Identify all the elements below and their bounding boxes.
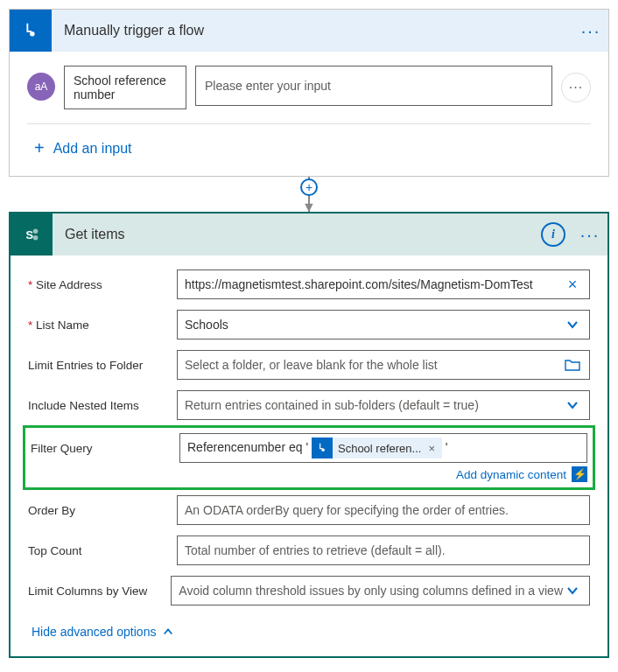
limit-folder-input[interactable]: Select a folder, or leave blank for the … — [177, 350, 590, 380]
limitview-placeholder: Avoid column threshold issues by only us… — [179, 584, 563, 598]
svg-point-4 — [321, 449, 325, 452]
flow-connector: + ▼ — [9, 177, 609, 212]
input-value-field[interactable]: Please enter your input — [195, 66, 552, 106]
nested-placeholder: Return entries contained in sub-folders … — [185, 398, 563, 412]
input-name-field[interactable]: School reference number — [64, 66, 186, 109]
site-address-label: Site Address — [28, 278, 177, 291]
filter-input[interactable]: Referencenumber eq ' School referen... ×… — [179, 433, 587, 463]
trigger-body: aA School reference number Please enter … — [10, 52, 608, 176]
token-remove-icon[interactable]: × — [426, 442, 437, 455]
input-value-placeholder: Please enter your input — [205, 79, 331, 93]
text-input-type-icon: aA — [27, 73, 55, 101]
getitems-header[interactable]: S Get items i ··· — [11, 214, 607, 256]
topcount-placeholder: Total number of entries to retrieve (def… — [185, 543, 582, 557]
list-name-value: Schools — [185, 318, 563, 332]
dynamic-token[interactable]: School referen... × — [312, 438, 442, 458]
arrow-down-icon: ▼ — [302, 200, 316, 215]
filter-label: Filter Query — [31, 442, 179, 455]
input-name-text: School reference number — [74, 74, 177, 102]
dynamic-content-icon: ⚡ — [572, 466, 587, 482]
add-dynamic-label: Add dynamic content — [456, 468, 566, 481]
clear-icon[interactable]: × — [563, 276, 582, 294]
svg-text:S: S — [26, 228, 34, 242]
trigger-card: Manually trigger a flow ··· aA School re… — [9, 9, 609, 177]
add-dynamic-content-button[interactable]: Add dynamic content ⚡ — [31, 466, 587, 482]
nested-input[interactable]: Return entries contained in sub-folders … — [177, 390, 590, 420]
orderby-input[interactable]: An ODATA orderBy query for specifying th… — [177, 495, 590, 525]
limitview-label: Limit Columns by View — [28, 584, 171, 598]
input-more-button[interactable]: ··· — [561, 73, 591, 102]
trigger-icon — [10, 10, 52, 52]
list-name-input[interactable]: Schools — [177, 310, 590, 340]
nested-label: Include Nested Items — [28, 399, 177, 412]
filter-query-highlight: Filter Query Referencenumber eq ' School… — [23, 425, 595, 490]
getitems-more-button[interactable]: ··· — [572, 225, 607, 245]
trigger-more-button[interactable]: ··· — [573, 21, 608, 41]
limit-folder-placeholder: Select a folder, or leave blank for the … — [185, 358, 563, 372]
filter-prefix: Referencenumber eq ' — [187, 440, 308, 454]
token-trigger-icon — [312, 438, 333, 458]
sharepoint-icon: S — [11, 214, 53, 256]
info-icon[interactable]: i — [541, 222, 565, 247]
svg-point-2 — [33, 229, 39, 234]
limit-folder-label: Limit Entries to Folder — [28, 359, 177, 372]
add-input-button[interactable]: + Add an input — [27, 133, 591, 171]
chevron-up-icon — [163, 626, 173, 637]
getitems-title: Get items — [53, 227, 541, 242]
limitview-input[interactable]: Avoid column threshold issues by only us… — [171, 576, 590, 606]
chevron-down-icon[interactable] — [563, 318, 582, 331]
hide-advanced-label: Hide advanced options — [32, 625, 156, 639]
trigger-title: Manually trigger a flow — [52, 23, 573, 38]
orderby-label: Order By — [28, 504, 177, 517]
add-step-button[interactable]: + — [300, 178, 318, 196]
filter-suffix: ' — [446, 440, 448, 454]
divider — [27, 123, 591, 124]
filter-expression: Referencenumber eq ' School referen... ×… — [187, 438, 579, 458]
site-address-value: https://magnetismtest.sharepoint.com/sit… — [185, 277, 563, 291]
plus-icon: + — [34, 138, 45, 158]
list-name-label: List Name — [28, 318, 177, 332]
add-input-label: Add an input — [53, 141, 132, 157]
orderby-placeholder: An ODATA orderBy query for specifying th… — [185, 503, 582, 517]
hide-advanced-button[interactable]: Hide advanced options — [28, 616, 590, 651]
chevron-down-icon[interactable] — [563, 399, 582, 411]
topcount-input[interactable]: Total number of entries to retrieve (def… — [177, 536, 590, 565]
getitems-card: S Get items i ··· Site Address https://m… — [9, 212, 609, 658]
svg-point-0 — [30, 32, 35, 36]
token-label: School referen... — [338, 442, 421, 455]
site-address-input[interactable]: https://magnetismtest.sharepoint.com/sit… — [177, 270, 590, 299]
getitems-body: Site Address https://magnetismtest.share… — [11, 256, 607, 656]
folder-icon[interactable] — [563, 359, 582, 371]
chevron-down-icon[interactable] — [563, 584, 582, 597]
trigger-header[interactable]: Manually trigger a flow ··· — [10, 10, 608, 52]
topcount-label: Top Count — [28, 544, 177, 557]
svg-point-3 — [33, 235, 39, 241]
